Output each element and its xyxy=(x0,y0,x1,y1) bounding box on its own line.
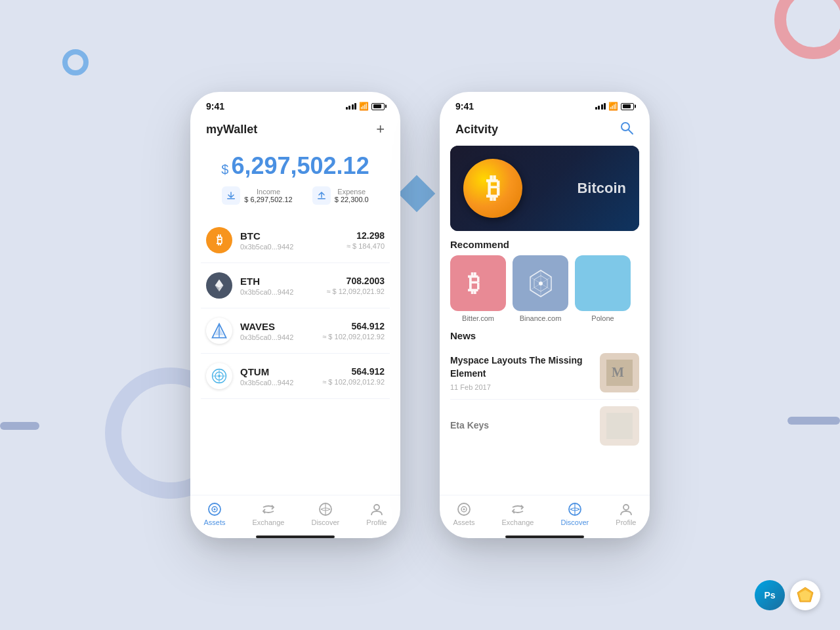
discover-icon-1 xyxy=(318,502,333,516)
discover-icon-2 xyxy=(568,502,582,516)
battery-icon-2 xyxy=(621,103,634,110)
expense-item: Expense $ 22,300.0 xyxy=(312,186,369,205)
income-icon xyxy=(222,186,240,205)
nav-assets-label-2: Assets xyxy=(453,518,475,526)
income-item: Income $ 6,297,502.12 xyxy=(222,186,292,205)
recommend-item-polone[interactable]: Polone xyxy=(575,255,631,322)
qtum-balance: 564.912 ≈ $ 102,092,012.92 xyxy=(322,366,385,386)
svg-point-15 xyxy=(214,509,216,511)
balance-section: $ 6,297,502.12 Income $ 6,297,502.12 xyxy=(190,146,400,218)
nav-profile-2[interactable]: Profile xyxy=(616,502,636,526)
signal-icon-1 xyxy=(346,103,357,110)
btc-name: BTC xyxy=(240,230,346,242)
profile-icon-1 xyxy=(369,502,384,516)
income-label: Income xyxy=(244,188,292,196)
status-bar-2: 9:41 📶 xyxy=(440,92,650,116)
svg-text:M: M xyxy=(612,365,624,379)
svg-rect-0 xyxy=(227,198,235,200)
qtum-info: QTUM 0x3b5ca0...9442 xyxy=(240,366,322,387)
news-thumb-1: M xyxy=(600,353,639,392)
home-bar-2 xyxy=(505,536,584,538)
binance-label: Binance.com xyxy=(520,314,562,322)
balance-dollar-sign: $ xyxy=(221,162,228,177)
eth-address: 0x3b5ca0...9442 xyxy=(240,288,326,296)
news-item-2-partial: Eta Keys xyxy=(450,400,639,452)
recommend-list: ₿ Bitter.com xyxy=(440,255,650,322)
nav-exchange-label-2: Exchange xyxy=(502,518,534,526)
assets-icon xyxy=(207,502,222,516)
profile-icon-2 xyxy=(619,502,633,516)
qtum-icon xyxy=(206,363,232,389)
news-date-1: 11 Feb 2017 xyxy=(450,383,593,391)
signal-icon-2 xyxy=(595,103,606,110)
nav-assets-2[interactable]: Assets xyxy=(453,502,475,526)
waves-usd: ≈ $ 102,092,012.92 xyxy=(322,333,385,341)
waves-balance: 564.912 ≈ $ 102,092,012.92 xyxy=(322,321,385,341)
recommend-item-bitter[interactable]: ₿ Bitter.com xyxy=(450,255,506,322)
nav-exchange-2[interactable]: Exchange xyxy=(502,502,534,526)
qtum-amount: 564.912 xyxy=(322,366,385,377)
status-icons-1: 📶 xyxy=(346,102,385,111)
coin-item-qtum[interactable]: QTUM 0x3b5ca0...9442 564.912 ≈ $ 102,092… xyxy=(201,354,390,399)
btc-icon: ₿ xyxy=(206,227,232,253)
eth-balance: 708.2003 ≈ $ 12,092,021.92 xyxy=(326,276,385,295)
balance-amount-display: $ 6,297,502.12 xyxy=(206,152,385,180)
eth-icon xyxy=(206,272,232,299)
qtum-name: QTUM xyxy=(240,366,322,377)
coin-item-waves[interactable]: WAVES 0x3b5ca0...9442 564.912 ≈ $ 102,09… xyxy=(201,308,390,354)
waves-amount: 564.912 xyxy=(322,321,385,331)
status-time-2: 9:41 xyxy=(455,101,474,112)
recommend-section-title: Recommend xyxy=(440,231,650,255)
expense-icon xyxy=(312,186,331,205)
news-item-1[interactable]: Myspace Layouts The Missing Element 11 F… xyxy=(450,346,639,400)
nav-assets[interactable]: Assets xyxy=(204,502,226,526)
phone-wallet-content: myWallet + $ 6,297,502.12 Income xyxy=(190,116,400,538)
bitter-icon: ₿ xyxy=(450,255,506,311)
status-icons-2: 📶 xyxy=(595,102,635,111)
income-value: $ 6,297,502.12 xyxy=(244,196,292,203)
eth-name: ETH xyxy=(240,276,326,287)
phone-activity-content: Acitvity ₿ Bitcoin Recommend xyxy=(440,116,650,538)
expense-value: $ 22,300.0 xyxy=(335,196,369,203)
news-section: Myspace Layouts The Missing Element 11 F… xyxy=(440,346,650,452)
search-button[interactable] xyxy=(620,121,634,138)
qtum-usd: ≈ $ 102,092,012.92 xyxy=(322,378,385,386)
phone-wallet: 9:41 📶 myWallet + xyxy=(190,92,400,538)
expense-text: Expense $ 22,300.0 xyxy=(335,188,369,203)
assets-icon-2 xyxy=(457,502,471,516)
waves-name: WAVES xyxy=(240,321,322,332)
bottom-nav-2: Assets Exchange xyxy=(440,495,650,532)
home-bar-1 xyxy=(256,536,335,538)
balance-number: 6,297,502.12 xyxy=(231,152,369,180)
svg-point-33 xyxy=(463,509,465,511)
nav-discover-1[interactable]: Discover xyxy=(311,502,339,526)
waves-address: 0x3b5ca0...9442 xyxy=(240,333,322,341)
binance-icon xyxy=(513,255,568,311)
bitcoin-banner[interactable]: ₿ Bitcoin xyxy=(450,146,639,231)
recommend-item-binance[interactable]: Binance.com xyxy=(513,255,568,322)
news-text-1: Myspace Layouts The Missing Element 11 F… xyxy=(450,354,600,390)
activity-title: Acitvity xyxy=(455,123,498,136)
income-text: Income $ 6,297,502.12 xyxy=(244,188,292,203)
status-time-1: 9:41 xyxy=(206,101,224,112)
nav-discover-label-2: Discover xyxy=(560,518,589,526)
svg-point-36 xyxy=(623,505,629,510)
polone-icon xyxy=(575,255,631,311)
add-wallet-button[interactable]: + xyxy=(376,121,385,138)
phones-container: 9:41 📶 myWallet + xyxy=(0,0,840,630)
waves-info: WAVES 0x3b5ca0...9442 xyxy=(240,321,322,341)
wifi-icon-2: 📶 xyxy=(608,102,618,111)
polone-label: Polone xyxy=(591,314,614,322)
nav-exchange-1[interactable]: Exchange xyxy=(253,502,285,526)
bitter-label: Bitter.com xyxy=(462,314,494,322)
coin-item-eth[interactable]: ETH 0x3b5ca0...9442 708.2003 ≈ $ 12,092,… xyxy=(201,263,390,308)
nav-discover-2[interactable]: Discover xyxy=(560,502,589,526)
bitcoin-coin-image: ₿ xyxy=(463,159,522,218)
nav-profile-1[interactable]: Profile xyxy=(366,502,387,526)
news-text-2: Eta Keys xyxy=(450,419,600,432)
bitcoin-banner-text: Bitcoin xyxy=(577,180,626,197)
nav-profile-label-2: Profile xyxy=(616,518,636,526)
coin-item-btc[interactable]: ₿ BTC 0x3b5ca0...9442 12.298 ≈ $ 184,470 xyxy=(201,218,390,263)
waves-icon xyxy=(206,318,232,344)
btc-usd: ≈ $ 184,470 xyxy=(346,242,385,250)
